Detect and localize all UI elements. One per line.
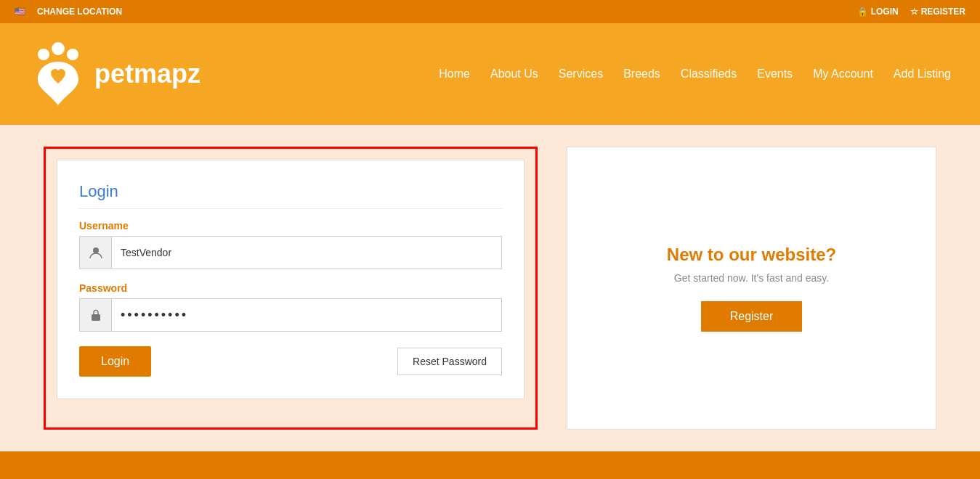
password-input-group	[79, 298, 502, 332]
svg-point-2	[67, 49, 78, 60]
nav-breeds[interactable]: Breeds	[623, 67, 660, 81]
nav-home[interactable]: Home	[439, 67, 470, 81]
register-button[interactable]: Register	[701, 301, 803, 332]
main-nav: Home About Us Services Breeds Classified…	[439, 67, 951, 81]
svg-point-3	[93, 247, 99, 253]
svg-point-0	[38, 49, 49, 60]
top-bar-right: 🔒 LOGIN ☆ REGISTER	[857, 7, 965, 17]
reset-password-button[interactable]: Reset Password	[397, 348, 502, 375]
top-bar-left: 🇺🇸 CHANGE LOCATION	[15, 7, 122, 17]
footer-bar	[0, 451, 980, 479]
flag-icon: 🇺🇸	[15, 7, 25, 17]
nav-add-listing[interactable]: Add Listing	[894, 67, 951, 81]
register-subtitle: Get started now. It's fast and easy.	[674, 272, 829, 284]
main-content: Login Username Password	[0, 125, 980, 451]
logo-area: petmapz	[29, 41, 201, 107]
nav-services[interactable]: Services	[559, 67, 603, 81]
svg-point-1	[52, 42, 65, 55]
register-title: New to our website?	[667, 245, 836, 265]
register-card: New to our website? Get started now. It'…	[567, 147, 936, 430]
svg-rect-4	[92, 314, 100, 321]
nav-classifieds[interactable]: Classifieds	[681, 67, 737, 81]
register-link[interactable]: ☆ REGISTER	[910, 7, 965, 17]
password-label: Password	[79, 282, 502, 294]
login-title: Login	[79, 182, 502, 209]
nav-events[interactable]: Events	[757, 67, 793, 81]
password-input[interactable]	[112, 299, 501, 331]
form-actions: Login Reset Password	[79, 346, 502, 377]
change-location[interactable]: CHANGE LOCATION	[37, 7, 122, 17]
login-card: Login Username Password	[57, 160, 525, 399]
login-button[interactable]: Login	[79, 346, 151, 377]
lock-field-icon	[80, 299, 112, 331]
login-card-wrapper: Login Username Password	[44, 147, 538, 430]
lock-icon: 🔒	[857, 7, 868, 17]
username-input[interactable]	[112, 237, 501, 269]
top-bar: 🇺🇸 CHANGE LOCATION 🔒 LOGIN ☆ REGISTER	[0, 0, 980, 23]
login-link[interactable]: 🔒 LOGIN	[857, 7, 899, 17]
user-icon	[80, 237, 112, 269]
nav-my-account[interactable]: My Account	[813, 67, 873, 81]
nav-about-us[interactable]: About Us	[490, 67, 538, 81]
star-icon: ☆	[910, 7, 918, 17]
logo-text: petmapz	[94, 59, 201, 89]
username-input-group	[79, 236, 502, 269]
logo-icon	[29, 41, 87, 107]
username-label: Username	[79, 220, 502, 232]
header: petmapz Home About Us Services Breeds Cl…	[0, 23, 980, 125]
